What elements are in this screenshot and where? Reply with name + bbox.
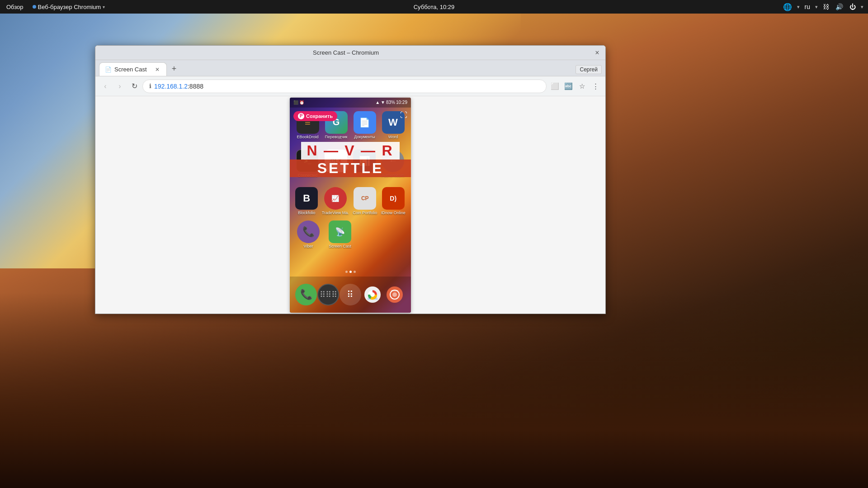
translate-icon[interactable]: 🔤 (562, 80, 575, 93)
idnow-label: IDnow Online (381, 211, 406, 215)
authenticom-icon: ← (382, 150, 404, 172)
language-label[interactable]: ru (803, 2, 811, 11)
phone-screen: ⬛ ⏰ ▲ ▼ 83% 10:29 P Сохранить (290, 98, 411, 313)
alarm-icon: ⏰ (299, 100, 304, 105)
ebookdroid-label: EBookDroid (297, 135, 318, 139)
bookmark-icon[interactable]: ☆ (576, 80, 588, 93)
phone-statusbar: ⬛ ⏰ ▲ ▼ 83% 10:29 (290, 98, 411, 108)
taskbar-datetime: Суббота, 10:29 (414, 4, 455, 10)
statusbar-time: 10:29 (396, 100, 407, 105)
tab-label: Screen Cast (114, 66, 147, 73)
apps-row-mid: >_ Connected OLX 📊 (290, 150, 411, 178)
power-icon[interactable]: ⏻ (848, 2, 857, 11)
screencast-icon: 📡 (329, 221, 351, 243)
blockfolio-icon: B (295, 187, 318, 210)
tradeview-icon: 📈 (324, 187, 347, 210)
volume-icon[interactable]: 🔊 (834, 2, 844, 11)
coinportfolio-label: Coin Portfolio (353, 211, 377, 215)
olx-icon: OLX (325, 150, 347, 172)
url-input[interactable]: ℹ 192.168.1.2:8888 (142, 80, 547, 93)
dot-2 (349, 271, 352, 273)
taskbar-browser[interactable]: Веб-браузер Chromium ▾ (31, 3, 107, 11)
window-title: Screen Cast – Chromium (99, 49, 593, 56)
screencast-label: Screen Cast (329, 244, 351, 249)
word-label: Word (388, 135, 398, 139)
tab-close-button[interactable]: ✕ (154, 66, 161, 73)
dropdown-arrow-icon: ▾ (103, 5, 105, 9)
url-text: 192.168.1.2:8888 (154, 83, 203, 90)
pinterest-pin-icon: P (298, 113, 304, 119)
page-dots (290, 271, 411, 273)
dock-camera[interactable] (384, 284, 406, 305)
security-icon: ℹ (149, 83, 151, 89)
app-blockfolio[interactable]: B Blockfolio (295, 187, 318, 215)
lang-dropdown-icon: ▾ (815, 4, 818, 10)
app-authenticom[interactable]: ← Authenticom (382, 150, 404, 178)
globe-dropdown-icon: ▾ (797, 4, 800, 10)
dot-3 (354, 271, 356, 273)
address-bar: ‹ › ↻ ℹ 192.168.1.2:8888 ⬜ 🔤 ☆ ⋮ (95, 76, 605, 96)
active-tab[interactable]: 📄 Screen Cast ✕ (99, 62, 167, 76)
window-titlebar: Screen Cast – Chromium × (95, 46, 605, 60)
screen-icon: ⬛ (293, 100, 298, 105)
app-screencast[interactable]: 📡 Screen Cast (329, 221, 351, 249)
docs-icon: 📄 (354, 111, 376, 134)
coinportfolio-icon: CP (354, 187, 376, 210)
cast-icon[interactable]: ⬜ (548, 80, 561, 93)
app-tradeview[interactable]: 📈 TradeView Ma. (322, 187, 349, 215)
desktop: Обзор Веб-браузер Chromium ▾ Суббота, 10… (0, 0, 868, 488)
user-profile-button[interactable]: Сергей (576, 65, 602, 74)
idnow-icon: D) (382, 187, 405, 210)
menu-icon[interactable]: ⋮ (589, 80, 602, 93)
viber-icon: 📞 (297, 221, 320, 243)
app-docs[interactable]: 📄 Документы (354, 111, 376, 139)
dot-1 (345, 271, 348, 273)
tab-bar: 📄 Screen Cast ✕ + Сергей (95, 60, 605, 76)
fullscreen-icon[interactable]: ⛶ (400, 111, 407, 119)
translate-label: Переводчик (325, 135, 348, 139)
svg-point-6 (392, 292, 397, 297)
reload-button[interactable]: ↻ (128, 80, 141, 93)
chart-icon: 📊 (353, 150, 376, 172)
apps-row-sec: B Blockfolio 📈 TradeView Ma. CP (290, 187, 411, 215)
taskbar-overview[interactable]: Обзор (5, 3, 25, 11)
app-chart[interactable]: 📊 (353, 150, 376, 178)
docs-label: Документы (354, 135, 375, 139)
dock-messages[interactable]: ⠿⠿⠿ (317, 284, 339, 305)
new-tab-button[interactable]: + (168, 62, 180, 75)
network-globe-icon[interactable]: 🌐 (782, 2, 793, 12)
apps-row-third: 📞 Viber 📡 Screen Cast (290, 221, 411, 249)
statusbar-right: ▲ ▼ 83% 10:29 (375, 100, 407, 105)
statusbar-left: ⬛ ⏰ (293, 100, 304, 105)
wifi-icon: ▲ (375, 100, 380, 105)
blockfolio-label: Blockfolio (298, 211, 316, 215)
app-coinportfolio[interactable]: CP Coin Portfolio (353, 187, 377, 215)
terminal-icon: >_ (296, 150, 319, 172)
authenticom-label: Authenticom (382, 173, 404, 178)
dock-phone[interactable]: 📞 (295, 284, 317, 305)
browser-label: Веб-браузер Chromium (38, 4, 101, 10)
svg-rect-7 (391, 290, 398, 291)
pinterest-save-button[interactable]: P Сохранить (293, 111, 337, 121)
tab-page-icon: 📄 (105, 66, 112, 73)
app-idnow[interactable]: D) IDnow Online (381, 187, 406, 215)
viber-label: Viber (304, 244, 313, 249)
tradeview-label: TradeView Ma. (322, 211, 349, 215)
app-olx[interactable]: OLX (325, 150, 347, 178)
battery-percent: 83% (386, 100, 395, 105)
close-button[interactable]: × (593, 48, 602, 57)
overview-label: Обзор (6, 4, 24, 10)
dock-chrome[interactable] (362, 284, 383, 305)
save-button-overlay: P Сохранить (293, 111, 337, 121)
dock-apps[interactable]: ⠿ (340, 284, 361, 305)
app-terminal[interactable]: >_ Connected (296, 150, 319, 178)
toolbar-icons: ⬜ 🔤 ☆ ⋮ (548, 80, 602, 93)
back-button[interactable]: ‹ (99, 80, 112, 93)
forward-button[interactable]: › (113, 80, 126, 93)
browser-indicator (33, 5, 36, 9)
svg-point-3 (370, 292, 375, 297)
network-icon[interactable]: ⛓ (821, 2, 830, 11)
app-viber[interactable]: 📞 Viber (297, 221, 320, 249)
power-dropdown-icon: ▾ (861, 4, 863, 10)
browser-window: Screen Cast – Chromium × 📄 Screen Cast ✕… (95, 45, 606, 314)
